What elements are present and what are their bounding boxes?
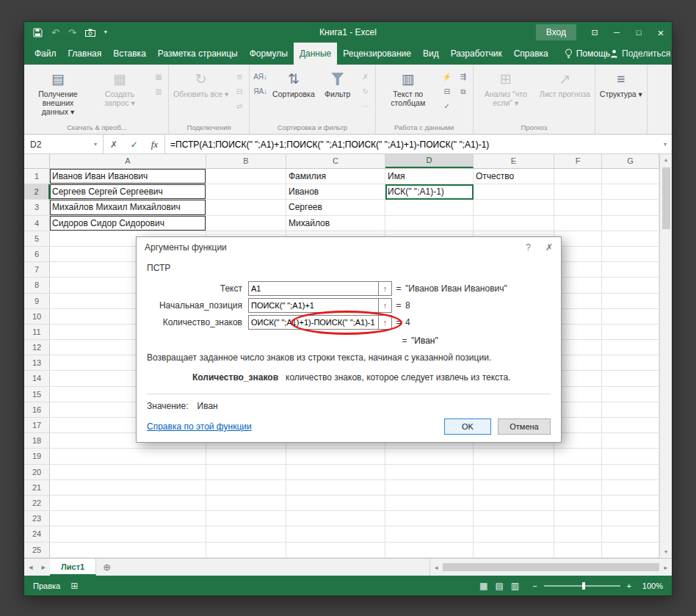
formula-input[interactable]: =ПСТР(А1;ПОИСК(" ";А1)+1;ПОИСК(" ";А1;ПО… [165,135,659,153]
cell-D25[interactable] [385,543,474,558]
cell-C3[interactable]: Сергеев [286,200,385,215]
cell-B25[interactable] [206,543,286,558]
tab-данные[interactable]: Данные [294,43,337,65]
vertical-scrollbar[interactable]: ▴ ▾ [659,154,672,558]
column-header-E[interactable]: E [474,154,554,168]
row-header-8[interactable]: 8 [24,278,50,293]
tab-вид[interactable]: Вид [417,43,445,65]
cell-C22[interactable] [286,496,385,511]
relationships-icon[interactable]: ⧉ [456,85,471,98]
cell-B21[interactable] [206,480,286,496]
cell-A23[interactable] [50,511,206,526]
cell-B2[interactable] [206,184,286,200]
outline-button[interactable]: ≡Структура ▾ [598,67,645,98]
cell-B24[interactable] [206,526,286,542]
tab-рецензирование[interactable]: Рецензирование [337,43,417,65]
cell-G13[interactable] [602,355,659,371]
reapply-filter-icon[interactable]: ↻ [358,85,373,98]
show-queries-icon[interactable]: ▦ [151,70,166,83]
cell-E21[interactable] [474,480,554,496]
scroll-left-icon[interactable]: ◂ [432,564,441,571]
cell-B23[interactable] [206,511,286,526]
sheet-nav-right-icon[interactable]: ▸ [37,559,51,576]
row-header-25[interactable]: 25 [24,543,50,558]
cell-F25[interactable] [554,543,602,558]
cell-C2[interactable]: Иванов [286,184,385,200]
cell-G11[interactable] [602,325,659,340]
zoom-slider-thumb[interactable] [582,582,585,590]
cancel-button[interactable]: Отмена [498,418,551,435]
range-picker-icon[interactable]: ↑ [379,298,392,313]
row-header-11[interactable]: 11 [24,325,50,340]
cell-C23[interactable] [286,511,385,526]
sheet-nav-left-icon[interactable]: ◂ [24,559,37,576]
row-header-6[interactable]: 6 [24,247,50,262]
cell-E1[interactable]: Отчество [474,169,554,184]
properties-icon[interactable]: ⊟ [232,85,247,98]
tab-разметка-страницы[interactable]: Разметка страницы [152,43,244,65]
cell-E22[interactable] [474,496,554,511]
cell-G15[interactable] [602,387,659,402]
cell-G5[interactable] [602,231,659,247]
dialog-input-начальная-позиция[interactable] [248,298,379,313]
tab-формулы[interactable]: Формулы [244,43,294,65]
cell-G25[interactable] [602,543,659,558]
row-header-15[interactable]: 15 [24,387,50,402]
row-header-3[interactable]: 3 [24,200,50,215]
cell-E2[interactable] [474,184,554,200]
cell-G6[interactable] [602,247,659,262]
cell-B20[interactable] [206,465,286,480]
dialog-title-bar[interactable]: Аргументы функции ? ✗ [137,237,561,258]
cell-G8[interactable] [602,278,659,293]
formula-bar-expand-icon[interactable]: ▾ [659,135,672,153]
function-help-link[interactable]: Справка по этой функции [147,421,252,432]
row-header-18[interactable]: 18 [24,433,50,449]
cell-G14[interactable] [602,371,659,386]
dialog-close-icon[interactable]: ✗ [545,242,553,253]
row-header-2[interactable]: 2 [24,184,50,200]
row-header-21[interactable]: 21 [24,480,50,496]
cell-D20[interactable] [385,465,474,480]
row-header-20[interactable]: 20 [24,465,50,480]
external-data-button[interactable]: ▤Получение внешних данных ▾ [28,67,88,116]
cell-E19[interactable] [474,449,554,464]
cell-A22[interactable] [50,496,206,511]
cell-A21[interactable] [50,480,206,496]
row-header-17[interactable]: 17 [24,418,50,433]
zoom-out-icon[interactable]: − [532,581,537,590]
column-header-B[interactable]: B [206,154,286,168]
zoom-level[interactable]: 100% [638,581,663,590]
cell-B4[interactable] [206,216,286,231]
cell-B1[interactable] [206,169,286,184]
cell-A25[interactable] [50,543,206,558]
zoom-slider[interactable] [544,585,620,587]
close-button[interactable]: × [650,22,672,43]
cell-G17[interactable] [602,418,659,433]
save-icon[interactable] [33,28,43,37]
horizontal-scrollbar[interactable]: ◂ ▸ [429,559,672,576]
add-sheet-icon[interactable]: ⊕ [96,559,117,576]
ribbon-display-options-icon[interactable]: ⊡ [584,22,606,43]
undo-icon[interactable]: ↶ [51,28,59,37]
what-if-analysis-button[interactable]: ⊞Анализ "что если" ▾ [476,67,536,107]
tab-справка[interactable]: Справка [508,43,554,65]
cell-D2[interactable]: ИСК(" ";А1)-1) [385,184,474,200]
cell-F2[interactable] [554,184,602,200]
row-header-19[interactable]: 19 [24,449,50,464]
cell-G21[interactable] [602,480,659,496]
minimize-button[interactable]: ─ [606,22,628,43]
cell-A20[interactable] [50,465,206,480]
cell-G4[interactable] [602,216,659,231]
cell-G19[interactable] [602,449,659,464]
row-header-5[interactable]: 5 [24,231,50,247]
share-button[interactable]: Поделиться [610,43,670,65]
normal-view-icon[interactable]: ▦ [479,581,487,591]
dialog-input-текст[interactable] [248,281,379,296]
cell-G16[interactable] [602,402,659,418]
column-header-C[interactable]: C [286,154,385,168]
cell-A24[interactable] [50,526,206,542]
tab-разработчик[interactable]: Разработчик [445,43,508,65]
cell-A19[interactable] [50,449,206,464]
cell-G3[interactable] [602,200,659,215]
row-header-22[interactable]: 22 [24,496,50,511]
